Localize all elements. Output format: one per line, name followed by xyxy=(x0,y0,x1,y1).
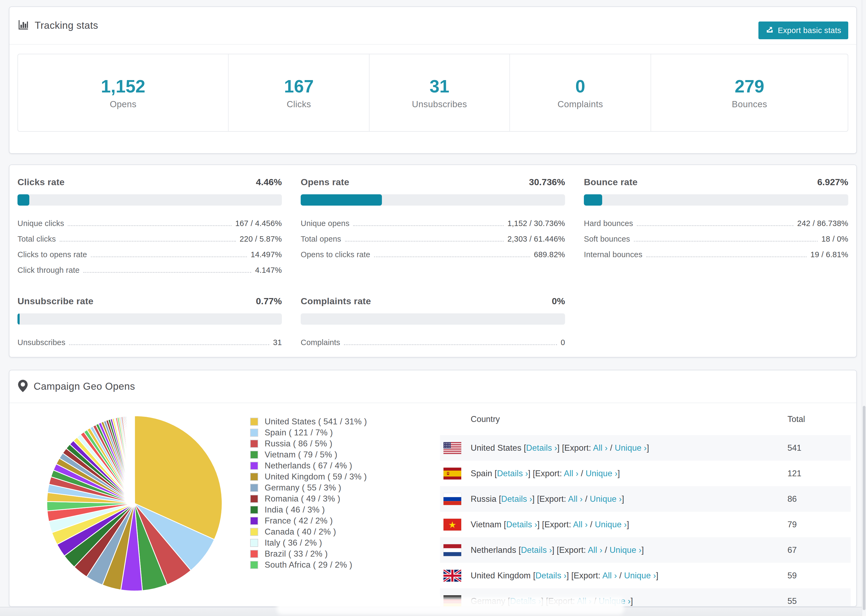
export-all-link[interactable]: All › xyxy=(568,494,583,504)
tracking-stats-card: Tracking stats Export basic stats 1,152 … xyxy=(9,6,857,154)
details-link[interactable]: Details › xyxy=(501,494,532,504)
rate-progress-track xyxy=(17,194,282,206)
geo-row-label: Spain [Details ›] [Export: All › / Uniqu… xyxy=(471,469,620,478)
rate-detail-label: Unsubscribes xyxy=(17,337,65,348)
rate-progress-fill xyxy=(301,194,382,206)
geo-table-row-russia: Russia [Details ›] [Export: All › / Uniq… xyxy=(440,486,851,512)
legend-item-brazil: Brazil ( 33 / 2% ) xyxy=(250,548,367,559)
rate-detail-row: Total clicks 220 / 5.87% xyxy=(17,234,282,244)
geo-table-row-netherlands: Netherlands [Details ›] [Export: All › /… xyxy=(440,537,851,563)
export-icon xyxy=(765,25,774,36)
export-all-link[interactable]: All › xyxy=(602,571,617,580)
geo-row-label: United States [Details ›] [Export: All ›… xyxy=(471,443,649,453)
rate-progress-fill xyxy=(584,194,602,206)
details-link[interactable]: Details › xyxy=(521,545,552,555)
us-flag-icon xyxy=(444,442,461,454)
details-link[interactable]: Details › xyxy=(506,520,537,529)
legend-label: Italy ( 36 / 2% ) xyxy=(265,538,322,548)
legend-item-canada: Canada ( 40 / 2% ) xyxy=(250,526,367,537)
rate-detail-label: Click through rate xyxy=(17,265,80,275)
legend-swatch xyxy=(250,539,258,547)
rate-value: 4.46% xyxy=(256,177,282,187)
total-column-header: Total xyxy=(787,415,805,424)
rate-detail-value: 14.497% xyxy=(251,249,282,260)
rate-detail-value: 167 / 4.456% xyxy=(235,218,282,229)
rate-title: Bounce rate xyxy=(584,177,638,187)
legend-item-netherlands: Netherlands ( 67 / 4% ) xyxy=(250,460,367,471)
geo-opens-pie-chart[interactable] xyxy=(46,415,223,592)
legend-label: United States ( 541 / 31% ) xyxy=(265,417,367,426)
dotted-leader xyxy=(69,344,269,345)
export-all-link[interactable]: All › xyxy=(593,443,608,453)
es-flag-icon xyxy=(444,468,461,479)
rate-detail-value: 1,152 / 30.736% xyxy=(507,218,565,229)
geo-row-label: Vietnam [Details ›] [Export: All › / Uni… xyxy=(471,520,629,530)
country-column-header: Country xyxy=(471,415,500,424)
stat-cell-opens: 1,152 Opens xyxy=(18,54,228,131)
export-button-label: Export basic stats xyxy=(778,26,841,35)
export-unique-link[interactable]: Unique › xyxy=(609,545,641,555)
rate-detail-label: Soft bounces xyxy=(584,234,630,244)
geo-row-total: 67 xyxy=(787,545,797,555)
export-unique-link[interactable]: Unique › xyxy=(586,469,617,478)
dotted-leader xyxy=(68,225,231,226)
legend-swatch xyxy=(250,473,258,481)
rate-detail-value: 0 xyxy=(561,337,565,348)
legend-item-france: France ( 42 / 2% ) xyxy=(250,515,367,526)
geo-body: United States ( 541 / 31% ) Spain ( 121 … xyxy=(9,403,856,606)
rate-detail-row: Total opens 2,303 / 61.446% xyxy=(301,234,565,244)
rate-block-unsubscribe-rate: Unsubscribe rate 0.77% Unsubscribes 31 xyxy=(17,296,282,353)
export-all-link[interactable]: All › xyxy=(573,520,587,529)
legend-item-italy: Italy ( 36 / 2% ) xyxy=(250,537,367,548)
vertical-scrollbar[interactable] xyxy=(862,0,866,616)
legend-swatch xyxy=(250,550,258,558)
export-unique-link[interactable]: Unique › xyxy=(590,494,622,504)
export-unique-link[interactable]: Unique › xyxy=(595,520,627,529)
legend-item-vietnam: Vietnam ( 79 / 5% ) xyxy=(250,449,367,460)
stat-label: Clicks xyxy=(287,99,311,109)
geo-header: Campaign Geo Opens xyxy=(9,370,856,403)
legend-swatch xyxy=(250,462,258,470)
export-all-link[interactable]: All › xyxy=(564,469,578,478)
rate-detail-label: Opens to clicks rate xyxy=(301,249,370,260)
geo-table-row-united-kingdom: United Kingdom [Details ›] [Export: All … xyxy=(440,563,851,588)
rate-detail-label: Total opens xyxy=(301,234,341,244)
legend-item-germany: Germany ( 55 / 3% ) xyxy=(250,482,367,493)
rate-detail-value: 242 / 86.738% xyxy=(797,218,848,229)
rate-detail-label: Hard bounces xyxy=(584,218,633,229)
legend-swatch xyxy=(250,495,258,503)
details-link[interactable]: Details › xyxy=(526,443,557,453)
scrollbar-thumb[interactable] xyxy=(863,406,866,610)
gb-flag-icon xyxy=(444,570,461,581)
rate-progress-track xyxy=(301,313,565,325)
export-unique-link[interactable]: Unique › xyxy=(624,571,656,580)
legend-swatch xyxy=(250,429,258,437)
stat-label: Complaints xyxy=(557,99,603,109)
rate-detail-label: Complaints xyxy=(301,337,340,348)
rate-value: 0.77% xyxy=(256,296,282,306)
stat-label: Unsubscribes xyxy=(412,99,467,109)
rate-detail-value: 2,303 / 61.446% xyxy=(507,234,565,244)
rate-detail-value: 18 / 0% xyxy=(821,234,848,244)
stat-cell-bounces: 279 Bounces xyxy=(650,54,848,131)
export-unique-link[interactable]: Unique › xyxy=(615,443,647,453)
legend-label: Romania ( 49 / 3% ) xyxy=(265,494,340,504)
legend-label: Vietnam ( 79 / 5% ) xyxy=(265,450,337,460)
details-link[interactable]: Details › xyxy=(497,469,528,478)
dotted-leader xyxy=(60,241,236,242)
stat-cell-unsubscribes: 31 Unsubscribes xyxy=(369,54,509,131)
rate-detail-value: 689.82% xyxy=(534,249,565,260)
export-all-link[interactable]: All › xyxy=(588,545,602,555)
stat-label: Bounces xyxy=(732,99,767,109)
rate-detail-value: 220 / 5.87% xyxy=(239,234,282,244)
rate-progress-fill xyxy=(17,313,20,325)
details-link[interactable]: Details › xyxy=(535,571,567,580)
legend-label: Spain ( 121 / 7% ) xyxy=(265,428,333,438)
stat-value: 0 xyxy=(575,76,585,96)
dotted-leader xyxy=(646,256,807,257)
export-basic-stats-button[interactable]: Export basic stats xyxy=(759,22,848,39)
rate-detail-value: 19 / 6.81% xyxy=(810,249,848,260)
geo-title: Campaign Geo Opens xyxy=(34,381,135,392)
legend-swatch xyxy=(250,528,258,536)
rate-detail-row: Unique clicks 167 / 4.456% xyxy=(17,218,282,229)
